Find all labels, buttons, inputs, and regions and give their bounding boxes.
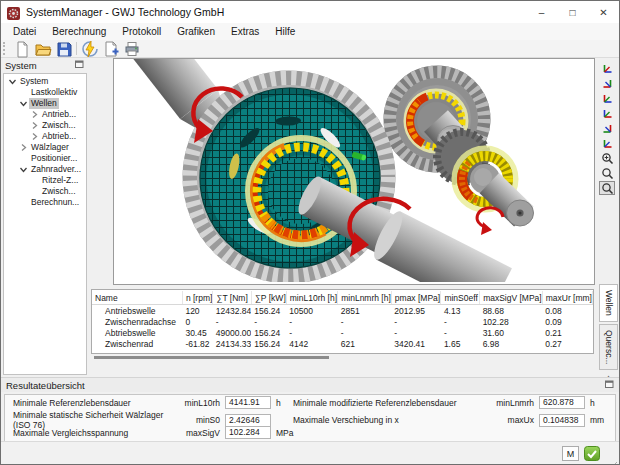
- tree-item-label: Lastkollektiv: [29, 87, 79, 98]
- column-header[interactable]: minS0eff: [441, 291, 480, 305]
- table-cell: 4.13: [441, 305, 480, 317]
- table-cell: 0.27: [542, 338, 592, 349]
- tree-item-label: Antrieb...: [40, 109, 78, 120]
- tree-item-abtrieb-[interactable]: Abtrieb...: [4, 131, 86, 142]
- tree-item-zwisch-[interactable]: Zwisch...: [4, 186, 86, 197]
- tree-item-label: Berechnun...: [29, 197, 81, 208]
- resize-grip[interactable]: [610, 455, 618, 463]
- table-cell: -: [286, 316, 337, 327]
- tree-collapsed-icon[interactable]: [29, 121, 40, 130]
- column-header[interactable]: Name: [92, 291, 182, 305]
- tree-item-positionier-[interactable]: Positionier...: [4, 153, 86, 164]
- results-row: Minimale ReferenzlebensdauerminL10rh4141…: [5, 395, 615, 410]
- table-cell: 1.65: [441, 338, 480, 349]
- menu-berechnung[interactable]: Berechnung: [44, 25, 114, 38]
- column-header[interactable]: maxSigV [MPa]: [480, 291, 543, 305]
- maximize-button[interactable]: □: [557, 1, 588, 23]
- table-cell: -: [338, 327, 392, 338]
- tree-expanded-icon[interactable]: [18, 99, 29, 108]
- tab-wellen[interactable]: Wellen: [599, 284, 618, 322]
- float-panel-icon[interactable]: [75, 60, 84, 71]
- tree-item-system[interactable]: System: [4, 76, 86, 87]
- 3d-viewport[interactable]: [113, 58, 595, 285]
- table-row[interactable]: Zwischenrad-61.8224134.33156.24414262134…: [92, 338, 593, 349]
- statusbar: M: [1, 441, 619, 464]
- view-axis-left-icon[interactable]: [599, 106, 615, 120]
- zoom-fit-icon[interactable]: [599, 151, 615, 165]
- save-icon[interactable]: [53, 41, 74, 57]
- tree-item-zwisch-[interactable]: Zwisch...: [4, 120, 86, 131]
- green-edit-icon[interactable]: [584, 446, 600, 461]
- table-horizontal-scrollbar[interactable]: [92, 355, 593, 360]
- column-header[interactable]: ∑T [Nm]: [213, 291, 251, 305]
- minimize-button[interactable]: –: [526, 1, 557, 23]
- table-cell: 2851: [338, 305, 392, 317]
- print-icon[interactable]: [121, 41, 142, 57]
- menu-datei[interactable]: Datei: [5, 25, 44, 38]
- tree-expanded-icon[interactable]: [18, 165, 29, 174]
- calculate-icon[interactable]: [79, 41, 100, 57]
- view-axis-top-icon[interactable]: [599, 136, 615, 150]
- menu-extras[interactable]: Extras: [223, 25, 267, 38]
- scrollbar-thumb[interactable]: [94, 356, 329, 359]
- menu-protokoll[interactable]: Protokoll: [114, 25, 169, 38]
- open-file-icon[interactable]: [32, 41, 53, 57]
- view-axis-iso-icon[interactable]: [599, 61, 615, 75]
- column-header[interactable]: maxUr [mm]: [542, 291, 592, 305]
- column-header[interactable]: minL10rh [h]: [286, 291, 337, 305]
- tree-item-berechnun-[interactable]: Berechnun...: [4, 197, 86, 208]
- table-cell: 30.45: [182, 327, 212, 338]
- table-row[interactable]: Antriebswelle12012432.84156.241050028512…: [92, 305, 593, 317]
- tree-collapsed-icon[interactable]: [29, 110, 40, 119]
- result-label: Maximale Verschiebung in x: [293, 415, 483, 425]
- result-value-field[interactable]: 2.42646: [225, 414, 271, 427]
- view-axis-right-icon[interactable]: [599, 121, 615, 135]
- result-unit: h: [271, 398, 293, 408]
- result-view-tabs: WellenQuersc...▲: [599, 284, 618, 380]
- tab-quersc[interactable]: Quersc...: [599, 324, 618, 370]
- tree-collapsed-icon[interactable]: [18, 143, 29, 152]
- shaft-table-box: Namen [rpm]∑T [Nm]∑P [kW]minL10rh [h]min…: [91, 289, 594, 354]
- table-cell: 2012.95: [391, 305, 441, 317]
- table-row[interactable]: Abtriebswelle30.4549000.00156.24----31.6…: [92, 327, 593, 338]
- shaft-table-panel: Namen [rpm]∑T [Nm]∑P [kW]minL10rh [h]min…: [89, 286, 597, 363]
- results-row: Maximale VergleichsspannungmaxSigV102.28…: [5, 425, 615, 440]
- column-header[interactable]: n [rpm]: [182, 291, 212, 305]
- table-cell: 120: [182, 305, 212, 317]
- tree-item-wellen[interactable]: Wellen: [4, 98, 86, 109]
- tree-collapsed-icon[interactable]: [29, 132, 40, 141]
- result-value-field[interactable]: 4141.91: [225, 396, 271, 409]
- result-value-field[interactable]: 102.284: [225, 426, 271, 439]
- view-axis-back-icon[interactable]: [599, 76, 615, 90]
- tree-item-antrieb-[interactable]: Antrieb...: [4, 109, 86, 120]
- menu-hilfe[interactable]: Hilfe: [267, 25, 303, 38]
- view-axis-front-icon[interactable]: [599, 91, 615, 105]
- add-report-icon[interactable]: [100, 41, 121, 57]
- float-panel-icon[interactable]: [605, 380, 614, 391]
- tree-item-zahnradver-[interactable]: Zahnradver...: [4, 164, 86, 175]
- tree-item-wälzlager[interactable]: Wälzlager: [4, 142, 86, 153]
- result-value-field[interactable]: 620.878: [539, 396, 585, 409]
- table-cell: -: [251, 316, 286, 327]
- column-header[interactable]: pmax [MPa]: [391, 291, 441, 305]
- results-header: Resultateübersicht: [1, 377, 619, 392]
- zoom-window-icon[interactable]: [599, 181, 615, 195]
- application-window: SystemManager - GWJ Technology GmbH – □ …: [0, 0, 620, 465]
- column-header[interactable]: minLnmrh [h]: [338, 291, 392, 305]
- result-label: Minimale Referenzlebensdauer: [13, 398, 183, 408]
- toolbar-grip[interactable]: [3, 42, 8, 55]
- tree-item-lastkollektiv[interactable]: Lastkollektiv: [4, 87, 86, 98]
- zoom-icon[interactable]: [599, 166, 615, 180]
- result-value-field[interactable]: 0.104838: [539, 414, 585, 427]
- column-header[interactable]: ∑P [kW]: [251, 291, 286, 305]
- tree-expanded-icon[interactable]: [7, 77, 18, 86]
- table-row[interactable]: Zwischenradachse0------102.280.09: [92, 316, 593, 327]
- close-button[interactable]: ✕: [588, 1, 619, 23]
- mode-button[interactable]: M: [562, 446, 579, 461]
- tree-item-ritzel-z-[interactable]: Ritzel-Z...: [4, 175, 86, 186]
- result-unit: mm: [585, 415, 611, 425]
- titlebar: SystemManager - GWJ Technology GmbH – □ …: [1, 1, 619, 23]
- new-file-icon[interactable]: [11, 41, 32, 57]
- window-title: SystemManager - GWJ Technology GmbH: [26, 6, 224, 18]
- menu-grafiken[interactable]: Grafiken: [169, 25, 223, 38]
